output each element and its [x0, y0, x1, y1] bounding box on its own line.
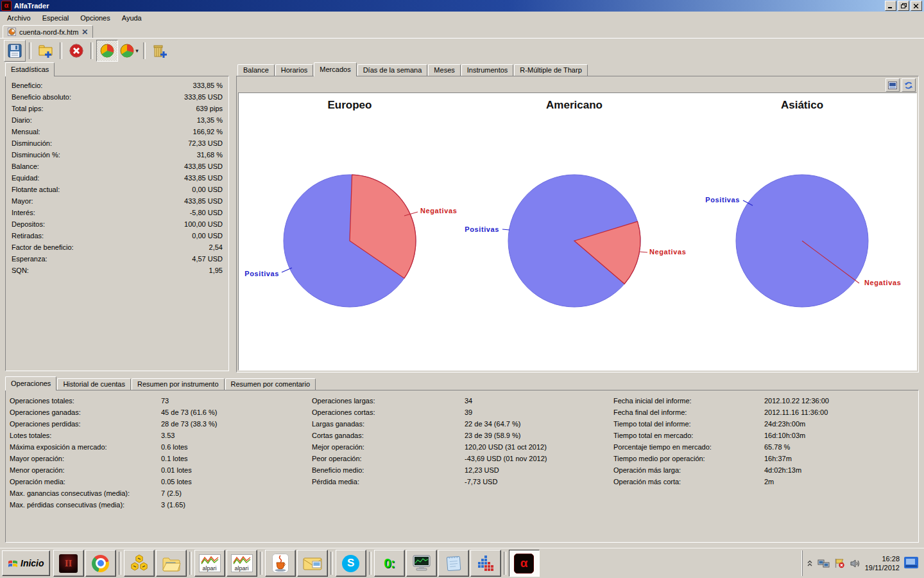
stat-row: Fecha inicial del informe:2012.10.22 12:…: [613, 395, 915, 407]
stat-row: Total pips:639 pips: [6, 103, 228, 114]
document-tab[interactable]: cuenta-nord-fx.htm ✕: [3, 25, 93, 38]
chart-tools: [886, 78, 916, 92]
tray-security-alert-flag-button[interactable]: [834, 558, 845, 568]
tab-días-de-la-semana[interactable]: Días de la semana: [357, 64, 428, 76]
stat-value: -7,73 USD: [465, 476, 497, 487]
stat-row: Mayor:433,85 USD: [6, 195, 228, 207]
tab-resumen-por-instrumento[interactable]: Resumen por instrumento: [132, 378, 225, 390]
taskbar-button-alpari-metatrader-2[interactable]: alpari: [227, 550, 257, 577]
taskbar-button-file-explorer[interactable]: [156, 550, 187, 577]
tab-r-múltiple-de-tharp[interactable]: R-Múltiple de Tharp: [514, 64, 587, 76]
hex-tools-icon: [130, 554, 149, 573]
minimize-icon: [888, 4, 893, 8]
save-button[interactable]: [4, 40, 26, 62]
taskbar-button-timer[interactable]: 0:: [374, 550, 405, 577]
delete-report-button[interactable]: [65, 40, 87, 62]
stat-value: 100,00 USD: [184, 218, 223, 230]
restore-button[interactable]: [898, 1, 909, 11]
tab-horarios[interactable]: Horarios: [275, 64, 314, 76]
taskbar-button-skype[interactable]: S: [336, 550, 366, 577]
add-account-button[interactable]: [35, 40, 56, 62]
tab-instrumentos[interactable]: Instrumentos: [461, 64, 514, 76]
alpari-label: alpari: [203, 565, 217, 572]
chrome-icon: [92, 555, 109, 572]
stat-value: 0,00 USD: [192, 184, 223, 195]
stat-label: Fecha final del informe:: [613, 408, 687, 416]
taskbar-button-chrome[interactable]: [85, 550, 116, 577]
pie-report-menu-button[interactable]: ▾: [118, 40, 140, 62]
stat-value: 166,92 %: [193, 126, 223, 137]
minimize-button[interactable]: [885, 1, 896, 11]
show-desktop-button[interactable]: [904, 557, 918, 570]
stat-value: 0.01 lotes: [161, 464, 192, 476]
stat-label: Tiempo medio por operación:: [613, 455, 705, 462]
taskbar: Inicio IIalparialpariS0:α 16:28 19/11/20…: [0, 548, 924, 578]
chart-snapshot-button[interactable]: [886, 78, 900, 92]
menu-item-especial[interactable]: Especial: [37, 12, 75, 24]
stat-label: Disminución %:: [12, 149, 60, 161]
stat-row: Fecha final del informe:2012.11.16 11:36…: [613, 407, 915, 418]
add-instrument-button[interactable]: [149, 40, 171, 62]
dropdown-arrow-icon: ▾: [135, 48, 139, 54]
tray-chevron-up-button[interactable]: [807, 559, 813, 567]
close-icon: [914, 4, 919, 8]
toolbar-separator: [143, 42, 146, 59]
taskbar-button-java[interactable]: [265, 550, 296, 577]
pie-report-button[interactable]: [96, 40, 118, 62]
tray-speaker-button[interactable]: [850, 559, 860, 568]
stat-row: Largas ganadas:22 de 34 (64.7 %): [312, 418, 608, 430]
stat-label: Beneficio absoluto:: [12, 91, 71, 103]
taskbar-button-lineage2[interactable]: II: [53, 550, 84, 577]
stat-label: Operaciones largas:: [312, 397, 375, 405]
stat-label: Max. ganancias consecutivas (media):: [10, 489, 130, 497]
chart-refresh-button[interactable]: [902, 78, 916, 92]
stat-row: Operaciones totales:73: [10, 395, 306, 407]
timer-icon: 0:: [384, 556, 395, 571]
stat-row: Max. pérdidas consecutivas (media):3 (1.…: [10, 499, 306, 511]
tray-time: 16:28: [882, 555, 900, 563]
tab-operaciones[interactable]: Operaciones: [5, 376, 56, 390]
stat-value: 39: [465, 407, 472, 418]
stat-label: Mejor operación:: [312, 443, 364, 451]
start-button[interactable]: Inicio: [2, 550, 50, 576]
stat-row: Operaciones perdidas:28 de 73 (38.3 %): [10, 418, 306, 430]
stat-value: 31,68 %: [197, 149, 223, 161]
stat-value: -5,80 USD: [190, 207, 223, 218]
tray-network-button[interactable]: [817, 559, 830, 568]
mail-icon: [303, 555, 322, 572]
document-tab-close-icon[interactable]: ✕: [81, 28, 88, 36]
taskbar-separator: [504, 552, 506, 575]
taskbar-button-hex-tools[interactable]: [124, 550, 155, 577]
tab-estadisticas[interactable]: Estadísticas: [5, 62, 55, 76]
tab-historial-de-cuentas[interactable]: Historial de cuentas: [57, 378, 131, 390]
taskbar-button-alpari-metatrader[interactable]: alpari: [194, 550, 225, 577]
menu-item-opciones[interactable]: Opciones: [74, 12, 116, 24]
stat-label: SQN:: [12, 265, 29, 276]
taskbar-button-equalizer[interactable]: [470, 550, 501, 577]
notepad-icon: [445, 554, 463, 572]
taskbar-button-mail[interactable]: [297, 550, 328, 577]
pie-label-leader-line: [502, 229, 509, 230]
image-icon: [888, 82, 897, 89]
stat-row: Máxima exposición a mercado:0.6 lotes: [10, 441, 306, 453]
tab-mercados[interactable]: Mercados: [314, 62, 356, 76]
taskbar-buttons: IIalparialpariS0:α: [53, 550, 540, 577]
taskbar-button-notepad[interactable]: [438, 550, 469, 577]
taskbar-separator: [119, 552, 121, 575]
left-tab-row: Estadísticas: [5, 62, 55, 76]
stat-value: 433,85 USD: [184, 195, 223, 207]
toolbar: ▾: [0, 38, 924, 62]
taskbar-button-alfatrader[interactable]: α: [509, 550, 540, 577]
close-button[interactable]: [911, 1, 922, 11]
stat-value: 333,85 %: [193, 80, 223, 91]
stat-label: Retiradas:: [12, 230, 44, 241]
tab-meses[interactable]: Meses: [428, 64, 460, 76]
taskbar-button-system-monitor[interactable]: [406, 550, 437, 577]
tab-balance[interactable]: Balance: [237, 64, 275, 76]
menu-item-ayuda[interactable]: Ayuda: [116, 12, 148, 24]
menu-item-archivo[interactable]: Archivo: [1, 12, 37, 24]
stat-label: Max. pérdidas consecutivas (media):: [10, 501, 124, 509]
tab-resumen-por-comentario[interactable]: Resumen por comentario: [225, 378, 316, 390]
stat-label: Cortas ganadas:: [312, 432, 364, 439]
stat-row: Tiempo total en mercado:16d:10h:03m: [613, 430, 915, 441]
